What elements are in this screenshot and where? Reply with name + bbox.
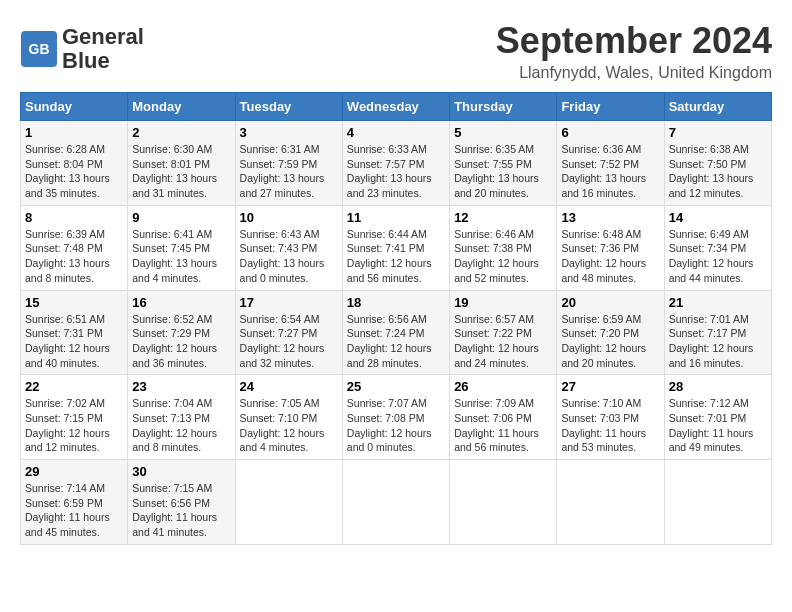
calendar-cell bbox=[664, 460, 771, 545]
day-info: Sunrise: 6:54 AM Sunset: 7:27 PM Dayligh… bbox=[240, 312, 338, 371]
column-header-monday: Monday bbox=[128, 93, 235, 121]
logo: GB General Blue bbox=[20, 25, 144, 73]
day-info: Sunrise: 6:43 AM Sunset: 7:43 PM Dayligh… bbox=[240, 227, 338, 286]
calendar-header-row: SundayMondayTuesdayWednesdayThursdayFrid… bbox=[21, 93, 772, 121]
day-number: 1 bbox=[25, 125, 123, 140]
calendar-cell bbox=[342, 460, 449, 545]
day-info: Sunrise: 6:57 AM Sunset: 7:22 PM Dayligh… bbox=[454, 312, 552, 371]
day-number: 27 bbox=[561, 379, 659, 394]
day-number: 10 bbox=[240, 210, 338, 225]
week-row-2: 8 Sunrise: 6:39 AM Sunset: 7:48 PM Dayli… bbox=[21, 205, 772, 290]
logo-icon: GB bbox=[20, 30, 58, 68]
calendar-cell bbox=[557, 460, 664, 545]
day-number: 13 bbox=[561, 210, 659, 225]
column-header-saturday: Saturday bbox=[664, 93, 771, 121]
calendar-cell: 10 Sunrise: 6:43 AM Sunset: 7:43 PM Dayl… bbox=[235, 205, 342, 290]
day-number: 2 bbox=[132, 125, 230, 140]
day-info: Sunrise: 7:01 AM Sunset: 7:17 PM Dayligh… bbox=[669, 312, 767, 371]
calendar-cell: 1 Sunrise: 6:28 AM Sunset: 8:04 PM Dayli… bbox=[21, 121, 128, 206]
day-info: Sunrise: 7:12 AM Sunset: 7:01 PM Dayligh… bbox=[669, 396, 767, 455]
logo-text: General Blue bbox=[62, 25, 144, 73]
day-info: Sunrise: 6:38 AM Sunset: 7:50 PM Dayligh… bbox=[669, 142, 767, 201]
column-header-sunday: Sunday bbox=[21, 93, 128, 121]
calendar-cell: 11 Sunrise: 6:44 AM Sunset: 7:41 PM Dayl… bbox=[342, 205, 449, 290]
day-info: Sunrise: 6:28 AM Sunset: 8:04 PM Dayligh… bbox=[25, 142, 123, 201]
day-info: Sunrise: 6:44 AM Sunset: 7:41 PM Dayligh… bbox=[347, 227, 445, 286]
day-number: 7 bbox=[669, 125, 767, 140]
calendar-cell: 24 Sunrise: 7:05 AM Sunset: 7:10 PM Dayl… bbox=[235, 375, 342, 460]
title-block: September 2024 Llanfynydd, Wales, United… bbox=[496, 20, 772, 82]
day-info: Sunrise: 7:09 AM Sunset: 7:06 PM Dayligh… bbox=[454, 396, 552, 455]
day-number: 12 bbox=[454, 210, 552, 225]
calendar-cell: 28 Sunrise: 7:12 AM Sunset: 7:01 PM Dayl… bbox=[664, 375, 771, 460]
day-number: 6 bbox=[561, 125, 659, 140]
day-info: Sunrise: 7:04 AM Sunset: 7:13 PM Dayligh… bbox=[132, 396, 230, 455]
calendar-cell: 7 Sunrise: 6:38 AM Sunset: 7:50 PM Dayli… bbox=[664, 121, 771, 206]
day-number: 4 bbox=[347, 125, 445, 140]
day-number: 9 bbox=[132, 210, 230, 225]
day-number: 20 bbox=[561, 295, 659, 310]
day-info: Sunrise: 6:33 AM Sunset: 7:57 PM Dayligh… bbox=[347, 142, 445, 201]
day-number: 11 bbox=[347, 210, 445, 225]
calendar-cell: 29 Sunrise: 7:14 AM Sunset: 6:59 PM Dayl… bbox=[21, 460, 128, 545]
calendar-cell bbox=[450, 460, 557, 545]
day-info: Sunrise: 6:39 AM Sunset: 7:48 PM Dayligh… bbox=[25, 227, 123, 286]
day-info: Sunrise: 7:10 AM Sunset: 7:03 PM Dayligh… bbox=[561, 396, 659, 455]
day-number: 8 bbox=[25, 210, 123, 225]
column-header-wednesday: Wednesday bbox=[342, 93, 449, 121]
day-number: 25 bbox=[347, 379, 445, 394]
day-number: 16 bbox=[132, 295, 230, 310]
calendar-cell: 22 Sunrise: 7:02 AM Sunset: 7:15 PM Dayl… bbox=[21, 375, 128, 460]
day-info: Sunrise: 6:30 AM Sunset: 8:01 PM Dayligh… bbox=[132, 142, 230, 201]
calendar-cell: 19 Sunrise: 6:57 AM Sunset: 7:22 PM Dayl… bbox=[450, 290, 557, 375]
calendar-cell: 26 Sunrise: 7:09 AM Sunset: 7:06 PM Dayl… bbox=[450, 375, 557, 460]
page-header: GB General Blue September 2024 Llanfynyd… bbox=[20, 20, 772, 82]
day-number: 30 bbox=[132, 464, 230, 479]
calendar-cell: 6 Sunrise: 6:36 AM Sunset: 7:52 PM Dayli… bbox=[557, 121, 664, 206]
day-info: Sunrise: 6:56 AM Sunset: 7:24 PM Dayligh… bbox=[347, 312, 445, 371]
day-number: 29 bbox=[25, 464, 123, 479]
week-row-1: 1 Sunrise: 6:28 AM Sunset: 8:04 PM Dayli… bbox=[21, 121, 772, 206]
svg-text:GB: GB bbox=[29, 41, 50, 57]
day-number: 3 bbox=[240, 125, 338, 140]
day-number: 14 bbox=[669, 210, 767, 225]
day-info: Sunrise: 6:59 AM Sunset: 7:20 PM Dayligh… bbox=[561, 312, 659, 371]
calendar-table: SundayMondayTuesdayWednesdayThursdayFrid… bbox=[20, 92, 772, 545]
calendar-cell: 20 Sunrise: 6:59 AM Sunset: 7:20 PM Dayl… bbox=[557, 290, 664, 375]
calendar-cell: 14 Sunrise: 6:49 AM Sunset: 7:34 PM Dayl… bbox=[664, 205, 771, 290]
calendar-cell: 2 Sunrise: 6:30 AM Sunset: 8:01 PM Dayli… bbox=[128, 121, 235, 206]
day-number: 23 bbox=[132, 379, 230, 394]
calendar-cell: 15 Sunrise: 6:51 AM Sunset: 7:31 PM Dayl… bbox=[21, 290, 128, 375]
day-info: Sunrise: 6:51 AM Sunset: 7:31 PM Dayligh… bbox=[25, 312, 123, 371]
calendar-cell: 30 Sunrise: 7:15 AM Sunset: 6:56 PM Dayl… bbox=[128, 460, 235, 545]
day-number: 19 bbox=[454, 295, 552, 310]
day-number: 26 bbox=[454, 379, 552, 394]
calendar-cell: 4 Sunrise: 6:33 AM Sunset: 7:57 PM Dayli… bbox=[342, 121, 449, 206]
day-info: Sunrise: 7:05 AM Sunset: 7:10 PM Dayligh… bbox=[240, 396, 338, 455]
day-info: Sunrise: 6:31 AM Sunset: 7:59 PM Dayligh… bbox=[240, 142, 338, 201]
calendar-cell: 21 Sunrise: 7:01 AM Sunset: 7:17 PM Dayl… bbox=[664, 290, 771, 375]
column-header-friday: Friday bbox=[557, 93, 664, 121]
calendar-cell: 3 Sunrise: 6:31 AM Sunset: 7:59 PM Dayli… bbox=[235, 121, 342, 206]
week-row-5: 29 Sunrise: 7:14 AM Sunset: 6:59 PM Dayl… bbox=[21, 460, 772, 545]
day-info: Sunrise: 7:14 AM Sunset: 6:59 PM Dayligh… bbox=[25, 481, 123, 540]
day-number: 21 bbox=[669, 295, 767, 310]
calendar-cell: 9 Sunrise: 6:41 AM Sunset: 7:45 PM Dayli… bbox=[128, 205, 235, 290]
location: Llanfynydd, Wales, United Kingdom bbox=[496, 64, 772, 82]
day-number: 24 bbox=[240, 379, 338, 394]
day-info: Sunrise: 6:48 AM Sunset: 7:36 PM Dayligh… bbox=[561, 227, 659, 286]
calendar-cell: 13 Sunrise: 6:48 AM Sunset: 7:36 PM Dayl… bbox=[557, 205, 664, 290]
day-info: Sunrise: 7:15 AM Sunset: 6:56 PM Dayligh… bbox=[132, 481, 230, 540]
day-number: 5 bbox=[454, 125, 552, 140]
calendar-cell: 23 Sunrise: 7:04 AM Sunset: 7:13 PM Dayl… bbox=[128, 375, 235, 460]
calendar-cell: 5 Sunrise: 6:35 AM Sunset: 7:55 PM Dayli… bbox=[450, 121, 557, 206]
calendar-cell: 8 Sunrise: 6:39 AM Sunset: 7:48 PM Dayli… bbox=[21, 205, 128, 290]
day-info: Sunrise: 7:02 AM Sunset: 7:15 PM Dayligh… bbox=[25, 396, 123, 455]
day-number: 22 bbox=[25, 379, 123, 394]
calendar-cell: 27 Sunrise: 7:10 AM Sunset: 7:03 PM Dayl… bbox=[557, 375, 664, 460]
calendar-cell: 12 Sunrise: 6:46 AM Sunset: 7:38 PM Dayl… bbox=[450, 205, 557, 290]
day-number: 15 bbox=[25, 295, 123, 310]
day-info: Sunrise: 6:35 AM Sunset: 7:55 PM Dayligh… bbox=[454, 142, 552, 201]
calendar-cell: 16 Sunrise: 6:52 AM Sunset: 7:29 PM Dayl… bbox=[128, 290, 235, 375]
day-number: 17 bbox=[240, 295, 338, 310]
